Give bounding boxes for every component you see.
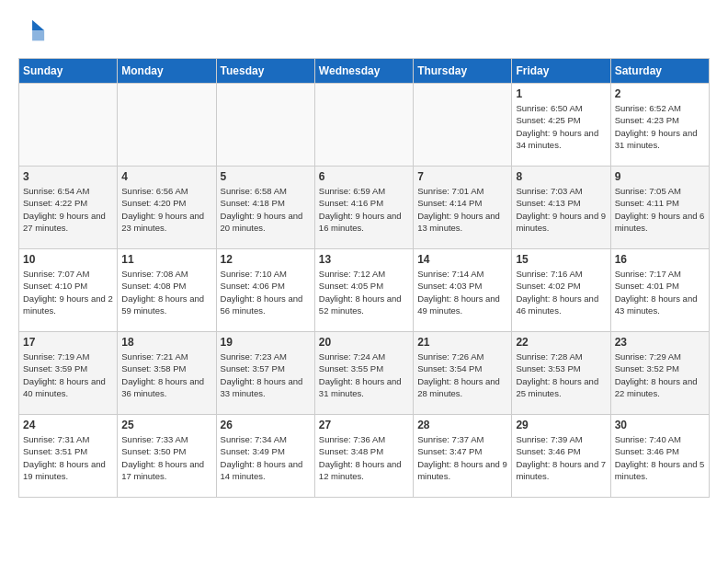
calendar-cell: 13Sunrise: 7:12 AM Sunset: 4:05 PM Dayli… — [314, 249, 413, 332]
column-header-monday: Monday — [118, 59, 216, 84]
svg-marker-1 — [32, 30, 44, 40]
day-info: Sunrise: 7:40 AM Sunset: 3:46 PM Dayligh… — [615, 433, 705, 482]
calendar-cell: 27Sunrise: 7:36 AM Sunset: 3:48 PM Dayli… — [314, 415, 413, 498]
calendar-cell: 10Sunrise: 7:07 AM Sunset: 4:10 PM Dayli… — [19, 249, 118, 332]
day-number: 16 — [615, 253, 705, 266]
calendar-cell — [314, 84, 413, 167]
week-row-5: 24Sunrise: 7:31 AM Sunset: 3:51 PM Dayli… — [19, 415, 710, 498]
day-number: 13 — [319, 253, 409, 266]
day-info: Sunrise: 7:24 AM Sunset: 3:55 PM Dayligh… — [319, 350, 409, 399]
day-number: 4 — [121, 170, 211, 183]
calendar-cell: 5Sunrise: 6:58 AM Sunset: 4:18 PM Daylig… — [216, 167, 314, 249]
week-row-2: 3Sunrise: 6:54 AM Sunset: 4:22 PM Daylig… — [19, 167, 710, 249]
calendar-cell: 7Sunrise: 7:01 AM Sunset: 4:14 PM Daylig… — [414, 167, 512, 249]
day-number: 6 — [319, 170, 409, 183]
day-number: 14 — [417, 253, 507, 266]
week-row-3: 10Sunrise: 7:07 AM Sunset: 4:10 PM Dayli… — [19, 249, 710, 332]
page-header — [18, 18, 710, 49]
calendar-cell: 22Sunrise: 7:28 AM Sunset: 3:53 PM Dayli… — [512, 332, 610, 415]
day-info: Sunrise: 6:58 AM Sunset: 4:18 PM Dayligh… — [221, 185, 311, 234]
day-number: 26 — [221, 419, 311, 431]
day-number: 21 — [417, 336, 507, 349]
day-info: Sunrise: 7:17 AM Sunset: 4:01 PM Dayligh… — [615, 268, 705, 316]
day-number: 29 — [516, 419, 606, 431]
calendar-table: SundayMondayTuesdayWednesdayThursdayFrid… — [18, 58, 710, 498]
day-info: Sunrise: 7:36 AM Sunset: 3:48 PM Dayligh… — [319, 433, 409, 482]
day-info: Sunrise: 7:23 AM Sunset: 3:57 PM Dayligh… — [221, 350, 311, 399]
day-number: 2 — [615, 87, 705, 100]
calendar-cell: 30Sunrise: 7:40 AM Sunset: 3:46 PM Dayli… — [610, 415, 709, 498]
day-info: Sunrise: 7:12 AM Sunset: 4:05 PM Dayligh… — [319, 268, 409, 316]
calendar-cell — [216, 84, 314, 167]
calendar-cell: 2Sunrise: 6:52 AM Sunset: 4:23 PM Daylig… — [610, 84, 709, 167]
day-info: Sunrise: 7:26 AM Sunset: 3:54 PM Dayligh… — [417, 350, 507, 399]
day-number: 28 — [417, 419, 507, 431]
calendar-cell: 1Sunrise: 6:50 AM Sunset: 4:25 PM Daylig… — [512, 84, 610, 167]
day-info: Sunrise: 6:54 AM Sunset: 4:22 PM Dayligh… — [23, 185, 113, 234]
calendar-cell — [118, 84, 216, 167]
day-info: Sunrise: 7:08 AM Sunset: 4:08 PM Dayligh… — [121, 268, 211, 316]
calendar-cell: 20Sunrise: 7:24 AM Sunset: 3:55 PM Dayli… — [314, 332, 413, 415]
day-info: Sunrise: 6:56 AM Sunset: 4:20 PM Dayligh… — [121, 185, 211, 234]
day-number: 3 — [23, 170, 113, 183]
day-info: Sunrise: 7:37 AM Sunset: 3:47 PM Dayligh… — [417, 433, 507, 482]
calendar-cell: 24Sunrise: 7:31 AM Sunset: 3:51 PM Dayli… — [19, 415, 118, 498]
day-info: Sunrise: 7:07 AM Sunset: 4:10 PM Dayligh… — [23, 268, 113, 316]
calendar-cell: 28Sunrise: 7:37 AM Sunset: 3:47 PM Dayli… — [414, 415, 512, 498]
column-header-tuesday: Tuesday — [216, 59, 314, 84]
calendar-cell: 19Sunrise: 7:23 AM Sunset: 3:57 PM Dayli… — [216, 332, 314, 415]
day-number: 24 — [23, 419, 113, 431]
day-number: 17 — [23, 336, 113, 349]
day-info: Sunrise: 6:59 AM Sunset: 4:16 PM Dayligh… — [319, 185, 409, 234]
calendar-cell: 8Sunrise: 7:03 AM Sunset: 4:13 PM Daylig… — [512, 167, 610, 249]
svg-marker-0 — [32, 20, 44, 30]
day-number: 11 — [121, 253, 211, 266]
calendar-cell: 6Sunrise: 6:59 AM Sunset: 4:16 PM Daylig… — [314, 167, 413, 249]
calendar-cell: 29Sunrise: 7:39 AM Sunset: 3:46 PM Dayli… — [512, 415, 610, 498]
day-info: Sunrise: 7:03 AM Sunset: 4:13 PM Dayligh… — [516, 185, 606, 234]
day-number: 19 — [221, 336, 311, 349]
calendar-cell: 9Sunrise: 7:05 AM Sunset: 4:11 PM Daylig… — [610, 167, 709, 249]
day-number: 27 — [319, 419, 409, 431]
column-header-wednesday: Wednesday — [314, 59, 413, 84]
day-number: 30 — [615, 419, 705, 431]
calendar-cell: 18Sunrise: 7:21 AM Sunset: 3:58 PM Dayli… — [118, 332, 216, 415]
day-number: 23 — [615, 336, 705, 349]
calendar-cell: 16Sunrise: 7:17 AM Sunset: 4:01 PM Dayli… — [610, 249, 709, 332]
day-number: 1 — [516, 87, 606, 100]
day-number: 12 — [221, 253, 311, 266]
day-info: Sunrise: 7:29 AM Sunset: 3:52 PM Dayligh… — [615, 350, 705, 399]
calendar-cell: 14Sunrise: 7:14 AM Sunset: 4:03 PM Dayli… — [414, 249, 512, 332]
calendar-cell: 21Sunrise: 7:26 AM Sunset: 3:54 PM Dayli… — [414, 332, 512, 415]
day-number: 8 — [516, 170, 606, 183]
calendar-cell: 25Sunrise: 7:33 AM Sunset: 3:50 PM Dayli… — [118, 415, 216, 498]
day-number: 22 — [516, 336, 606, 349]
week-row-1: 1Sunrise: 6:50 AM Sunset: 4:25 PM Daylig… — [19, 84, 710, 167]
column-header-thursday: Thursday — [414, 59, 512, 84]
calendar-cell: 15Sunrise: 7:16 AM Sunset: 4:02 PM Dayli… — [512, 249, 610, 332]
day-info: Sunrise: 7:33 AM Sunset: 3:50 PM Dayligh… — [121, 433, 211, 482]
column-header-friday: Friday — [512, 59, 610, 84]
day-info: Sunrise: 6:52 AM Sunset: 4:23 PM Dayligh… — [615, 102, 705, 151]
day-info: Sunrise: 7:39 AM Sunset: 3:46 PM Dayligh… — [516, 433, 606, 482]
day-info: Sunrise: 7:05 AM Sunset: 4:11 PM Dayligh… — [615, 185, 705, 234]
calendar-cell — [414, 84, 512, 167]
column-header-sunday: Sunday — [19, 59, 118, 84]
calendar-cell: 17Sunrise: 7:19 AM Sunset: 3:59 PM Dayli… — [19, 332, 118, 415]
day-info: Sunrise: 7:16 AM Sunset: 4:02 PM Dayligh… — [516, 268, 606, 316]
day-info: Sunrise: 7:10 AM Sunset: 4:06 PM Dayligh… — [221, 268, 311, 316]
day-number: 20 — [319, 336, 409, 349]
calendar-cell: 12Sunrise: 7:10 AM Sunset: 4:06 PM Dayli… — [216, 249, 314, 332]
day-info: Sunrise: 7:28 AM Sunset: 3:53 PM Dayligh… — [516, 350, 606, 399]
day-info: Sunrise: 7:34 AM Sunset: 3:49 PM Dayligh… — [221, 433, 311, 482]
day-number: 25 — [121, 419, 211, 431]
logo — [18, 18, 46, 49]
day-number: 15 — [516, 253, 606, 266]
day-info: Sunrise: 7:14 AM Sunset: 4:03 PM Dayligh… — [417, 268, 507, 316]
day-number: 9 — [615, 170, 705, 183]
calendar-cell — [19, 84, 118, 167]
day-info: Sunrise: 6:50 AM Sunset: 4:25 PM Dayligh… — [516, 102, 606, 151]
calendar-cell: 23Sunrise: 7:29 AM Sunset: 3:52 PM Dayli… — [610, 332, 709, 415]
week-row-4: 17Sunrise: 7:19 AM Sunset: 3:59 PM Dayli… — [19, 332, 710, 415]
day-info: Sunrise: 7:01 AM Sunset: 4:14 PM Dayligh… — [417, 185, 507, 234]
